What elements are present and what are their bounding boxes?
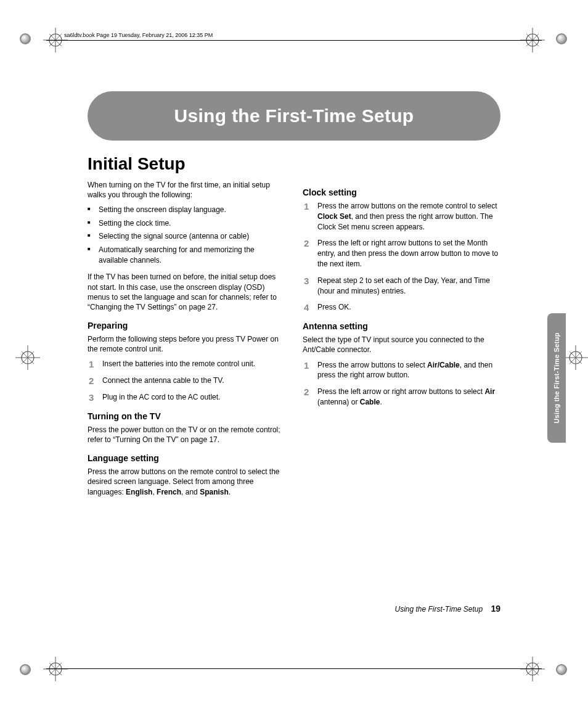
bold-text: Air/Cable [427, 361, 460, 369]
clock-heading: Clock setting [303, 187, 500, 197]
intro-bullets: Setting the onscreen display language. S… [88, 205, 285, 266]
running-header: sa6ldtv.book Page 19 Tuesday, February 2… [62, 32, 215, 38]
antenna-body: Select the type of TV input source you c… [303, 335, 500, 355]
step-item: Press the left or right arrow buttons to… [317, 238, 500, 269]
registration-mark-icon [520, 657, 545, 681]
registration-mark-icon [563, 345, 588, 370]
bold-text: French [157, 488, 181, 496]
right-column: Clock setting Press the arrow buttons on… [303, 154, 500, 502]
turning-on-body: Press the power button on the TV or on t… [88, 425, 285, 445]
chapter-banner: Using the First-Time Setup [88, 91, 500, 141]
side-tab-label: Using the First-Time Setup [553, 332, 560, 424]
registration-dot-icon [20, 33, 32, 46]
side-tab: Using the First-Time Setup [547, 313, 566, 443]
step-item: Press the arrow buttons to select Air/Ca… [317, 360, 500, 381]
step-item: Press the left arrow or right arrow butt… [317, 387, 500, 408]
bullet-item: Automatically searching for and memorizi… [99, 245, 285, 266]
registration-dot-icon [556, 664, 568, 676]
registration-dot-icon [556, 33, 568, 46]
page-footer: Using the First-Time Setup 19 [394, 604, 500, 614]
preparing-body: Perform the following steps before you p… [88, 334, 285, 354]
bullet-item: Selecting the signal source (antenna or … [99, 231, 285, 242]
step-item: Plug in the AC cord to the AC outlet. [102, 392, 285, 403]
text: Press the arrow buttons to select [317, 361, 427, 369]
clock-steps: Press the arrow buttons on the remote co… [303, 201, 500, 313]
header-rule [46, 40, 542, 41]
text: (antenna) or [317, 398, 360, 406]
text: . [380, 398, 382, 406]
bullet-item: Setting the clock time. [99, 218, 285, 229]
chapter-title: Using the First-Time Setup [174, 105, 414, 126]
text: Press the arrow buttons on the remote co… [317, 202, 497, 210]
after-bullets-paragraph: If the TV has been turned on before, the… [88, 272, 285, 312]
bold-text: Cable [360, 398, 380, 406]
content-area: Initial Setup When turning on the TV for… [88, 154, 500, 502]
registration-dot-icon [20, 664, 32, 676]
bold-text: Clock Set [317, 212, 351, 221]
left-column: Initial Setup When turning on the TV for… [88, 154, 285, 502]
language-body: Press the arrow buttons on the remote co… [88, 467, 285, 497]
intro-paragraph: When turning on the TV for the first tim… [88, 180, 285, 200]
text: Press the left arrow or right arrow butt… [317, 387, 484, 396]
step-item: Insert the batteries into the remote con… [102, 359, 285, 369]
bold-text: Air [484, 387, 495, 396]
registration-mark-icon [15, 345, 40, 370]
antenna-steps: Press the arrow buttons to select Air/Ca… [303, 360, 500, 408]
step-item: Press OK. [317, 302, 500, 313]
page-number: 19 [491, 604, 500, 614]
section-heading: Initial Setup [88, 154, 285, 174]
bold-text: English [126, 488, 152, 496]
footer-rule [46, 668, 542, 669]
preparing-steps: Insert the batteries into the remote con… [88, 359, 285, 402]
turning-on-heading: Turning on the TV [88, 411, 285, 421]
footer-title: Using the First-Time Setup [394, 605, 483, 614]
text: Press the arrow buttons on the remote co… [88, 467, 280, 496]
step-item: Press the arrow buttons on the remote co… [317, 201, 500, 232]
step-item: Connect the antenna cable to the TV. [102, 376, 285, 386]
antenna-heading: Antenna setting [303, 321, 500, 331]
registration-mark-icon [43, 657, 68, 681]
bullet-item: Setting the onscreen display language. [99, 205, 285, 215]
preparing-heading: Preparing [88, 321, 285, 330]
language-heading: Language setting [88, 453, 285, 463]
step-item: Repeat step 2 to set each of the Day, Ye… [317, 276, 500, 297]
bold-text: Spanish [200, 488, 229, 496]
